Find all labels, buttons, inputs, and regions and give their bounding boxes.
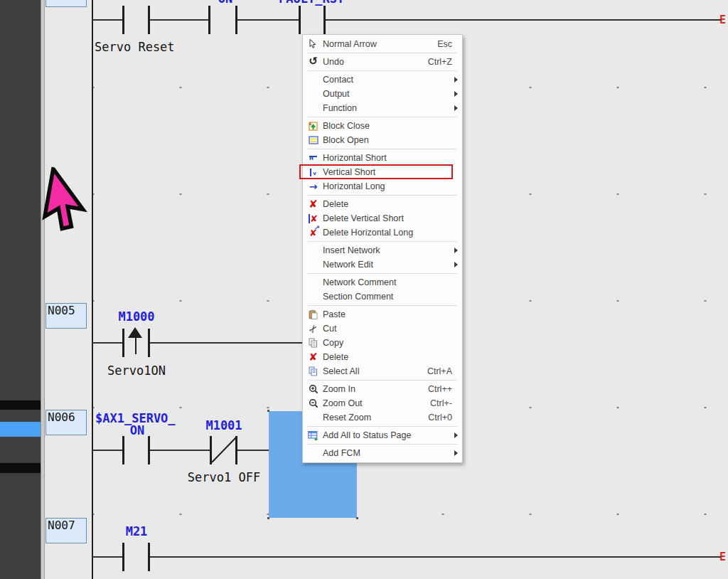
device-label-on: ON	[197, 0, 254, 6]
plc-editor-screen: ON FAULT_RST Servo Reset E N005 M1000 Se…	[0, 0, 728, 579]
delete-horizontal-long-icon: ✘ →	[307, 227, 319, 238]
contact-bar[interactable]	[323, 6, 326, 34]
menu-item-zoom-in[interactable]: Zoom In Ctrl++	[303, 382, 462, 396]
contact-bar[interactable]	[148, 543, 150, 571]
copy-icon	[307, 337, 319, 349]
contact-bar[interactable]	[122, 6, 124, 34]
menu-item-label: Reset Zoom	[323, 413, 428, 423]
submenu-arrow-icon	[454, 105, 458, 111]
rung-line	[92, 450, 122, 451]
menu-item-cut[interactable]: ✂ Cut	[303, 322, 462, 336]
status-page-icon	[307, 430, 319, 441]
menu-item-function[interactable]: Function	[303, 101, 462, 115]
menu-item-paste[interactable]: Paste	[303, 307, 462, 322]
menu-item-horizontal-long[interactable]: → Horizontal Long	[303, 179, 462, 193]
menu-item-label: Block Close	[323, 121, 462, 131]
menu-item-label: Delete Horizontal Long	[323, 228, 462, 238]
empty-icon-slot	[307, 102, 319, 114]
rung-line	[92, 19, 122, 21]
contact-bar[interactable]	[122, 436, 124, 464]
menu-item-label: Add FCM	[323, 448, 462, 458]
submenu-arrow-icon	[454, 91, 458, 97]
rung-line	[326, 19, 721, 21]
nc-contact-slash	[210, 435, 238, 464]
contact-bar[interactable]	[148, 436, 150, 464]
menu-item-delete[interactable]: ✘ Delete	[303, 197, 462, 211]
menu-item-normal-arrow[interactable]: Normal Arrow Esc	[303, 37, 462, 51]
network-label-box-n006[interactable]: N006	[46, 410, 87, 435]
svg-text:c: c	[309, 121, 312, 126]
horizontal-long-icon: →	[307, 181, 319, 192]
menu-item-label: Horizontal Short	[323, 153, 462, 163]
menu-item-label: Copy	[323, 338, 462, 348]
menu-separator	[308, 305, 457, 306]
contact-bar[interactable]	[208, 6, 210, 34]
menu-item-delete-2[interactable]: ✘ Delete	[303, 350, 462, 364]
network-label-box-partial[interactable]	[46, 0, 87, 7]
menu-item-label: Vertical Short	[323, 167, 462, 177]
device-label-ax1-servo-line2: ON	[109, 423, 166, 437]
menu-item-shortcut: Esc	[437, 39, 452, 49]
menu-item-select-all[interactable]: Select All Ctrl+A	[303, 364, 462, 378]
menu-separator	[308, 70, 457, 71]
device-label-m1001: M1001	[196, 418, 252, 432]
contact-bar[interactable]	[148, 6, 150, 34]
menu-item-output[interactable]: Output	[303, 87, 462, 101]
block-open-icon	[307, 134, 319, 146]
menu-item-network-comment[interactable]: Network Comment	[303, 275, 462, 290]
menu-item-block-open[interactable]: Block Open	[303, 133, 462, 147]
contact-bar[interactable]	[299, 6, 301, 34]
menu-separator	[308, 53, 457, 53]
selection-handle[interactable]	[267, 517, 269, 519]
menu-item-network-edit[interactable]: Network Edit	[303, 257, 462, 272]
empty-icon-slot	[307, 88, 319, 100]
menu-separator	[308, 273, 457, 274]
menu-item-undo[interactable]: ↺ Undo Ctrl+Z	[303, 55, 462, 69]
rung-end-marker: E	[719, 551, 726, 563]
paste-icon	[307, 309, 319, 320]
network-label-box-n005[interactable]: N005	[46, 303, 87, 329]
rung-line	[237, 450, 269, 451]
horizontal-short-icon: H	[307, 152, 319, 164]
contact-bar[interactable]	[235, 6, 237, 34]
menu-item-add-fcm[interactable]: Add FCM	[303, 446, 462, 460]
menu-item-copy[interactable]: Copy	[303, 336, 462, 350]
menu-item-horizontal-short[interactable]: H Horizontal Short	[303, 151, 462, 165]
menu-item-contact[interactable]: Contact	[303, 73, 462, 87]
submenu-arrow-icon	[454, 248, 458, 253]
contact-bar[interactable]	[148, 329, 150, 357]
selection-handle[interactable]	[267, 410, 269, 412]
menu-separator	[308, 149, 457, 149]
menu-separator	[308, 117, 457, 117]
menu-item-label: Zoom Out	[323, 398, 430, 408]
empty-icon-slot	[307, 259, 319, 270]
zoom-out-icon	[307, 398, 319, 409]
menu-item-delete-vertical-short[interactable]: ✘ Delete Vertical Short	[303, 211, 462, 225]
menu-separator	[308, 380, 457, 381]
select-all-icon	[307, 366, 319, 377]
menu-item-add-all-to-status-page[interactable]: Add All to Status Page	[303, 428, 462, 442]
menu-item-insert-network[interactable]: Insert Network	[303, 243, 462, 257]
menu-item-delete-horizontal-long[interactable]: ✘ → Delete Horizontal Long	[303, 225, 462, 240]
contact-bar[interactable]	[122, 329, 124, 357]
menu-item-label: Zoom In	[323, 384, 428, 394]
rung-line	[92, 556, 122, 558]
empty-icon-slot	[307, 277, 319, 288]
empty-icon-slot	[307, 74, 319, 85]
cut-icon: ✂	[305, 320, 321, 336]
menu-item-zoom-out[interactable]: Zoom Out Ctrl+-	[303, 396, 462, 410]
menu-item-section-comment[interactable]: Section Comment	[303, 290, 462, 304]
menu-item-vertical-short[interactable]: v Vertical Short	[303, 165, 462, 179]
contact-comment-servo1on: Servo1ON	[101, 363, 172, 378]
network-label-box-n007[interactable]: N007	[46, 518, 87, 543]
menu-item-label: Function	[323, 103, 462, 113]
rung-line	[150, 342, 302, 344]
rung-end-marker: E	[719, 14, 726, 26]
contact-bar[interactable]	[122, 543, 124, 571]
rung-line	[150, 450, 210, 451]
menu-item-block-close[interactable]: c Block Close	[303, 119, 462, 133]
vertical-short-icon: v	[307, 166, 319, 178]
menu-item-reset-zoom[interactable]: Reset Zoom Ctrl+0	[303, 410, 462, 425]
menu-item-label: Delete	[323, 352, 462, 362]
selection-handle[interactable]	[356, 517, 358, 519]
